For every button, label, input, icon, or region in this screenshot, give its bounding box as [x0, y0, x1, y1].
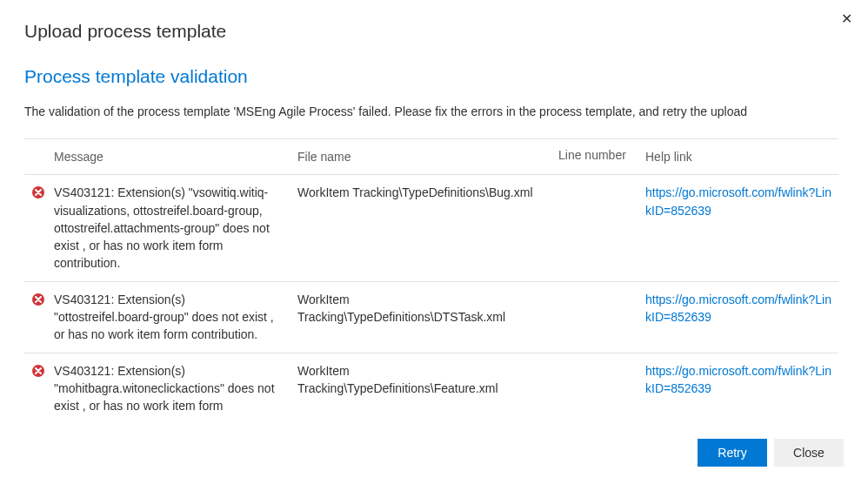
row-icon-cell — [31, 291, 54, 306]
error-icon — [31, 185, 45, 199]
row-help: https://go.microsoft.com/fwlink?LinkID=8… — [645, 362, 835, 398]
table-header-row: Message File name Line number Help link — [24, 139, 838, 175]
validation-description: The validation of the process template '… — [24, 103, 838, 121]
row-message: VS403121: Extension(s) "ottostreifel.boa… — [54, 291, 297, 344]
scroll-area[interactable]: Process template validation The validati… — [24, 66, 844, 418]
close-button[interactable]: Close — [774, 439, 844, 467]
error-icon — [31, 364, 45, 378]
row-icon-cell — [31, 362, 54, 378]
row-icon-cell — [31, 184, 54, 199]
table-row: VS403121: Extension(s) "vsowitiq.witiq-v… — [24, 175, 838, 281]
help-link[interactable]: https://go.microsoft.com/fwlink?LinkID=8… — [645, 185, 831, 217]
row-message: VS403121: Extension(s) "vsowitiq.witiq-v… — [54, 184, 297, 272]
header-help: Help link — [645, 148, 835, 165]
table-row: VS403121: Extension(s) "ottostreifel.boa… — [24, 282, 838, 353]
row-help: https://go.microsoft.com/fwlink?LinkID=8… — [645, 291, 835, 326]
row-message: VS403121: Extension(s) "mohitbagra.witon… — [54, 362, 297, 418]
validation-subtitle: Process template validation — [24, 66, 838, 87]
row-filename: WorkItem Tracking\TypeDefinitions\Featur… — [297, 362, 558, 398]
table-row: VS403121: Extension(s) "mohitbagra.witon… — [24, 353, 838, 418]
header-filename: File name — [297, 148, 558, 165]
retry-button[interactable]: Retry — [698, 439, 767, 467]
header-line: Line number — [558, 148, 645, 162]
errors-table: Message File name Line number Help link … — [24, 138, 838, 418]
help-link[interactable]: https://go.microsoft.com/fwlink?LinkID=8… — [645, 364, 831, 395]
row-filename: WorkItem Tracking\TypeDefinitions\DTSTas… — [297, 291, 558, 326]
dialog-title: Upload process template — [24, 21, 844, 42]
close-icon[interactable]: ✕ — [838, 9, 856, 30]
error-icon — [31, 293, 45, 306]
upload-process-dialog: ✕ Upload process template Process templa… — [0, 0, 868, 491]
dialog-footer: Retry Close — [24, 418, 844, 470]
row-filename: WorkItem Tracking\TypeDefinitions\Bug.xm… — [297, 184, 558, 201]
header-icon-spacer — [31, 148, 54, 150]
help-link[interactable]: https://go.microsoft.com/fwlink?LinkID=8… — [645, 293, 831, 324]
row-help: https://go.microsoft.com/fwlink?LinkID=8… — [645, 184, 835, 219]
header-message: Message — [54, 148, 297, 165]
